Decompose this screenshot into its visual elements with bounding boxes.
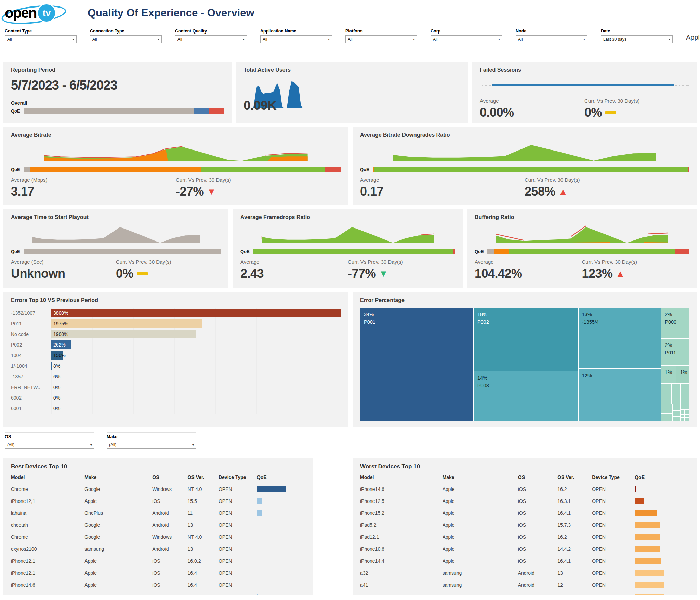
table-row[interactable]: iPhone14,7AppleiOS16.4OPEN [11, 591, 305, 596]
table-row[interactable]: iPhone12,5AppleiOS16.3.1OPEN [360, 495, 689, 507]
treemap-cell-p011[interactable]: 2%P011 [661, 338, 689, 366]
cell-os-ver: 16.4 [188, 591, 219, 596]
apply-button[interactable]: Apply [686, 29, 700, 41]
cell-device-type: OPEN [219, 567, 257, 579]
treemap-cell-p001[interactable]: 34%P001 [360, 308, 474, 421]
treemap-cell[interactable] [661, 404, 672, 413]
qoe-segment [325, 167, 341, 172]
cell-os-ver: 12 [557, 591, 592, 596]
treemap-cell-1355-4[interactable]: 13%-1355/4 [578, 308, 661, 369]
treemap-cell[interactable]: 1% [661, 365, 676, 383]
treemap-cell[interactable] [672, 383, 680, 404]
treemap-cell[interactable] [661, 413, 672, 421]
best-devices-table: ModelMakeOSOS Ver.Device TypeQoEChromeGo… [11, 472, 305, 595]
treemap-cell[interactable] [661, 383, 672, 404]
cell-device-type: OPEN [219, 483, 257, 495]
filter-platform-select[interactable]: All▾ [345, 35, 417, 43]
table-row[interactable]: iPad12,1AppleiOS16.2OPEN [360, 531, 689, 543]
error-bar-row[interactable]: P0111975% [11, 318, 341, 329]
filter-application-name-select[interactable]: All▾ [260, 35, 332, 43]
logo-tv-icon: tv [37, 3, 56, 23]
column-header-qoe: QoE [257, 472, 305, 483]
qoe-bar [635, 594, 664, 595]
filter-corp-select[interactable]: All▾ [431, 35, 502, 43]
table-row[interactable]: iPhone14,4AppleiOS16.4.1OPEN [360, 555, 689, 567]
error-bar[interactable] [51, 319, 202, 328]
table-row[interactable]: iPhone12,1AppleiOS15.5OPEN [11, 495, 305, 507]
treemap-cell[interactable] [672, 404, 680, 411]
error-bar-row[interactable]: 60010% [11, 403, 341, 414]
table-row[interactable]: iPad5,2AppleiOS15.7.3OPEN [360, 519, 689, 531]
treemap-cell[interactable] [680, 418, 685, 421]
table-row[interactable]: lahainaOnePlusAndroid11OPEN [11, 507, 305, 519]
table-row[interactable]: iPhone14,6AppleiOS16.2OPEN [360, 483, 689, 495]
table-row[interactable]: cheetahGoogleAndroid13OPEN [11, 519, 305, 531]
column-header-qoe: QoE [635, 472, 689, 483]
cell-os-ver: NT 4.0 [188, 483, 219, 495]
cell-qoe [635, 519, 689, 531]
table-row[interactable]: a41samsungAndroid12OPEN [360, 579, 689, 591]
treemap-cell[interactable] [672, 411, 680, 417]
qoe-bar [257, 534, 257, 540]
treemap-cell[interactable] [672, 417, 680, 421]
chevron-down-icon: ▾ [158, 37, 159, 41]
treemap-cell[interactable] [685, 418, 689, 421]
treemap-cell[interactable] [680, 383, 689, 404]
error-bar[interactable] [51, 330, 196, 338]
stat-value: Unknown [11, 266, 116, 281]
error-bar-row[interactable]: -1352/10073800% [11, 308, 341, 318]
table-row[interactable]: a32samsungAndroid13OPEN [360, 567, 689, 579]
cell-make: samsung [443, 579, 518, 591]
error-bar-row[interactable]: -13576% [11, 371, 341, 382]
treemap-cell[interactable] [680, 404, 689, 410]
treemap-cell[interactable]: 1% [676, 365, 689, 383]
delta-down-icon: ▼ [379, 269, 388, 278]
cell-os: iOS [518, 483, 557, 495]
treemap-cell[interactable] [685, 414, 689, 418]
treemap-cell[interactable] [685, 410, 689, 414]
table-row[interactable]: exynos2100samsungAndroid13OPEN [11, 543, 305, 555]
table-row[interactable]: iPhone12,1AppleiOS16.4OPEN [11, 567, 305, 579]
error-bar-plot: 0% [51, 392, 341, 403]
qoe-bar [253, 249, 455, 254]
filter-connection-type-select[interactable]: All▾ [90, 35, 162, 43]
error-bar-row[interactable]: 1/-10048% [11, 361, 341, 371]
qoe-segment [24, 249, 221, 254]
table-row[interactable]: iPhone10,6AppleiOS14.4.2OPEN [360, 543, 689, 555]
error-bar-row[interactable]: ERR_NETW..0% [11, 382, 341, 392]
treemap-cell-p002[interactable]: 18%P002 [474, 308, 578, 371]
column-header-os: OS [518, 472, 557, 483]
error-bar-row[interactable]: 60020% [11, 392, 341, 403]
cell-os-ver: 13 [188, 543, 219, 555]
table-row[interactable]: ChromeGoogleWindowsNT 4.0OPEN [11, 531, 305, 543]
device-filter-make-select[interactable]: (All)▾ [107, 441, 196, 449]
delta-up-icon: ▲ [558, 187, 567, 196]
error-bar-row[interactable]: P002262% [11, 339, 341, 350]
filter-date-select[interactable]: Last 30 days▾ [601, 35, 673, 43]
treemap-cell[interactable]: 12% [578, 369, 661, 421]
treemap-cell-p000[interactable]: 2%P000 [661, 308, 689, 338]
delta-stat: Curr. Vs Prev. 30 Day(s)-77%▼ [348, 259, 455, 281]
table-row[interactable]: iPhone12,1AppleiOS16.0.2OPEN [11, 555, 305, 567]
cell-device-type: OPEN [592, 531, 635, 543]
error-bar[interactable] [51, 362, 52, 370]
table-row[interactable]: iPhone15,2AppleiOS16.4.1OPEN [360, 507, 689, 519]
treemap-cell[interactable] [680, 414, 685, 418]
error-bar-row[interactable]: No code1900% [11, 329, 341, 339]
treemap-cell-p008[interactable]: 14%P008 [474, 371, 578, 421]
error-bar-row[interactable]: 1004150% [11, 350, 341, 361]
treemap-cell[interactable] [680, 410, 685, 414]
filter-node-select[interactable]: All▾ [516, 35, 587, 43]
stat-value: 2.43 [240, 266, 348, 281]
device-filter-os-select[interactable]: (All)▾ [5, 441, 94, 449]
error-bar[interactable] [51, 309, 341, 317]
errors-bar-chart: -1352/10073800%P0111975%No code1900%P002… [11, 308, 341, 414]
cell-device-type: OPEN [219, 555, 257, 567]
table-row[interactable]: ChromeGoogleWindowsNT 4.0OPEN [11, 483, 305, 495]
filter-content-type-select[interactable]: All▾ [5, 35, 77, 43]
filter-content-quality-select[interactable]: All▾ [175, 35, 247, 43]
table-row[interactable]: exynos9825samsungAndroid12OPEN [360, 591, 689, 596]
treemap-cell-label: 1% [676, 366, 689, 379]
cell-os-ver: 16.2 [557, 531, 592, 543]
table-row[interactable]: iPhone14,6AppleiOS16.4OPEN [11, 579, 305, 591]
